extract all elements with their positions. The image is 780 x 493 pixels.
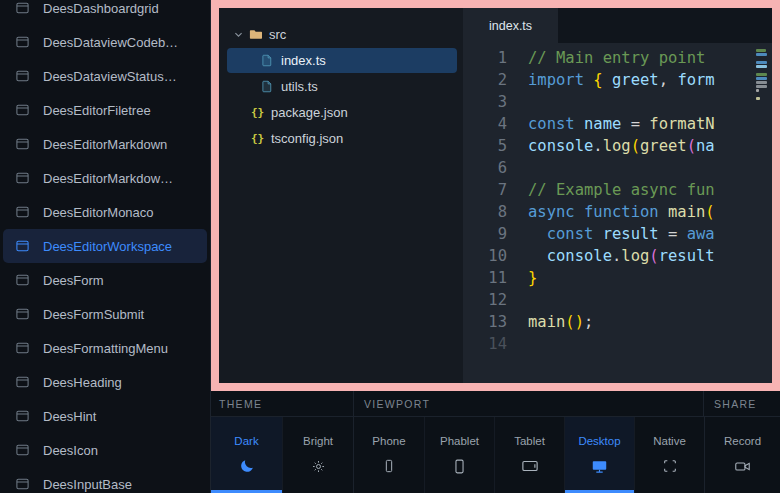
bright-button[interactable]: Bright <box>282 417 353 493</box>
minimap-line <box>756 97 760 100</box>
sidebar-item-deesformsubmit[interactable]: DeesFormSubmit <box>3 297 207 331</box>
tree-file-tsconfig-json[interactable]: {}tsconfig.json <box>227 126 457 151</box>
minimap-line <box>756 49 766 52</box>
code-text <box>528 157 772 179</box>
file-name: utils.ts <box>281 79 318 94</box>
sidebar-item-deeshint[interactable]: DeesHint <box>3 399 207 433</box>
section-label-viewport: VIEWPORT <box>353 391 703 416</box>
tablet-button[interactable]: Tablet <box>494 417 564 493</box>
dark-button[interactable]: Dark <box>211 417 282 493</box>
sidebar-item-deeseditormarkdown[interactable]: DeesEditorMarkdown <box>3 127 207 161</box>
code-line: 6 <box>463 157 772 179</box>
json-file-icon: {} <box>251 107 269 118</box>
group-theme: DarkBright <box>211 417 353 493</box>
sun-icon <box>311 457 326 475</box>
code-text: async function main( <box>528 201 772 223</box>
phablet-button[interactable]: Phablet <box>424 417 494 493</box>
sidebar-item-label: DeesDataviewStatus… <box>43 69 177 84</box>
component-icon <box>15 103 30 117</box>
group-share: Record <box>704 417 780 493</box>
tab-label: index.ts <box>489 19 532 33</box>
button-label: Native <box>653 435 686 447</box>
code-line: 9 const result = awa <box>463 223 772 245</box>
record-button[interactable]: Record <box>705 417 780 493</box>
folder-icon <box>249 28 267 41</box>
demo-frame: srcindex.tsutils.ts{}package.json{}tscon… <box>211 0 780 391</box>
tree-file-index-ts[interactable]: index.ts <box>227 48 457 73</box>
section-label-text: THEME <box>219 398 262 410</box>
button-label: Phone <box>372 435 405 447</box>
sidebar-item-deeseditorworkspace[interactable]: DeesEditorWorkspace <box>3 229 207 263</box>
button-label: Phablet <box>440 435 479 447</box>
code-text: console.log(result <box>528 245 772 267</box>
section-label-text: SHARE <box>714 398 757 410</box>
sidebar-item-deesformattingmenu[interactable]: DeesFormattingMenu <box>3 331 207 365</box>
minimap-line <box>756 89 759 92</box>
sidebar-item-deeseditorfiletree[interactable]: DeesEditorFiletree <box>3 93 207 127</box>
code-text: // Main entry point <box>528 47 772 69</box>
sidebar-item-label: DeesEditorMarkdow… <box>43 171 173 186</box>
phablet-icon <box>451 457 468 475</box>
controls-buttons: DarkBrightPhonePhabletTabletDesktopNativ… <box>211 417 780 493</box>
line-number: 6 <box>463 157 528 179</box>
sidebar-item-label: DeesEditorWorkspace <box>43 239 172 254</box>
component-icon <box>15 375 30 389</box>
tree-file-utils-ts[interactable]: utils.ts <box>227 74 457 99</box>
code-line: 14 <box>463 333 772 355</box>
sidebar-item-deesheading[interactable]: DeesHeading <box>3 365 207 399</box>
chevron-down-icon <box>233 29 249 40</box>
tree-file-package-json[interactable]: {}package.json <box>227 100 457 125</box>
minimap[interactable] <box>756 47 769 367</box>
code-text <box>528 91 772 113</box>
button-label: Bright <box>303 435 333 447</box>
editor-tab-index-ts[interactable]: index.ts <box>463 8 558 43</box>
minimap-line <box>756 77 767 80</box>
native-button[interactable]: Native <box>634 417 704 493</box>
ts-file-icon <box>261 54 279 67</box>
desktop-icon <box>591 457 608 475</box>
json-file-icon: {} <box>251 133 269 144</box>
sidebar-item-deesinputbase[interactable]: DeesInputBase <box>3 467 207 493</box>
section-label-theme: THEME <box>211 391 353 416</box>
tree-folder-src[interactable]: src <box>227 22 457 47</box>
sidebar-item-deesdataviewstatus-[interactable]: DeesDataviewStatus… <box>3 59 207 93</box>
line-number: 9 <box>463 223 528 245</box>
line-number: 1 <box>463 47 528 69</box>
line-number: 13 <box>463 311 528 333</box>
button-label: Dark <box>234 435 258 447</box>
code-editor: index.ts 1// Main entry point2import { g… <box>463 8 772 383</box>
code-line: 8async function main( <box>463 201 772 223</box>
section-label-share: SHARE <box>703 391 780 416</box>
line-number: 2 <box>463 69 528 91</box>
code-text: } <box>528 267 772 289</box>
component-icon <box>15 443 30 457</box>
code-text: const result = awa <box>528 223 772 245</box>
sidebar-item-label: DeesFormattingMenu <box>43 341 168 356</box>
code-area[interactable]: 1// Main entry point2import { greet, for… <box>463 43 772 383</box>
line-number: 14 <box>463 333 528 355</box>
code-text: // Example async fun <box>528 179 772 201</box>
editor-tab-bar: index.ts <box>463 8 772 43</box>
sidebar-item-deesform[interactable]: DeesForm <box>3 263 207 297</box>
sidebar-item-label: DeesDataviewCodeb… <box>43 35 178 50</box>
sidebar-item-deesdashboardgrid[interactable]: DeesDashboardgrid <box>3 0 207 25</box>
sidebar-item-label: DeesHint <box>43 409 96 424</box>
desktop-button[interactable]: Desktop <box>564 417 634 493</box>
sidebar-item-deesicon[interactable]: DeesIcon <box>3 433 207 467</box>
file-name: index.ts <box>281 53 326 68</box>
minimap-line <box>756 85 767 88</box>
line-number: 7 <box>463 179 528 201</box>
code-line: 3 <box>463 91 772 113</box>
code-line: 1// Main entry point <box>463 47 772 69</box>
sidebar-item-deeseditormarkdow-[interactable]: DeesEditorMarkdow… <box>3 161 207 195</box>
sidebar-item-label: DeesIcon <box>43 443 98 458</box>
component-icon <box>15 409 30 423</box>
line-number: 5 <box>463 135 528 157</box>
component-icon <box>15 341 30 355</box>
sidebar-item-deesdataviewcodeb-[interactable]: DeesDataviewCodeb… <box>3 25 207 59</box>
phone-button[interactable]: Phone <box>354 417 424 493</box>
sidebar-item-deeseditormonaco[interactable]: DeesEditorMonaco <box>3 195 207 229</box>
moon-icon <box>239 457 255 475</box>
controls-bar: THEMEVIEWPORTSHARE DarkBrightPhonePhable… <box>211 391 780 493</box>
editor-workspace-demo: srcindex.tsutils.ts{}package.json{}tscon… <box>219 8 772 383</box>
